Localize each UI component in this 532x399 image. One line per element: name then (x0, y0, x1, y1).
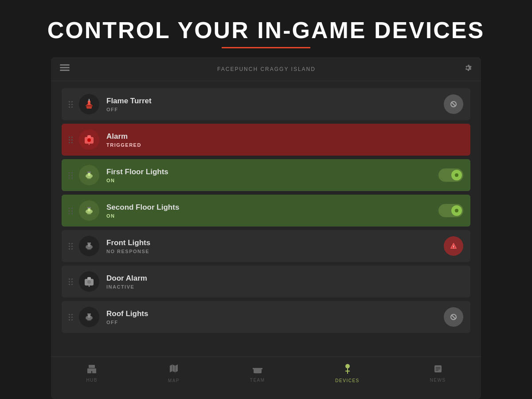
svg-rect-1 (60, 67, 70, 68)
settings-icon[interactable] (463, 63, 472, 74)
device-status-flame-turret: OFF (106, 107, 444, 112)
device-status-alarm: TRIGGERED (106, 142, 463, 148)
off-button[interactable] (444, 307, 463, 327)
svg-rect-38 (92, 368, 96, 373)
svg-point-24 (87, 248, 91, 250)
nav-item-map[interactable]: MAP (159, 362, 188, 385)
drag-handle (69, 137, 73, 143)
device-info-flame-turret: Flame Turret OFF (106, 97, 444, 112)
drag-handle (69, 207, 73, 214)
drag-handle (69, 314, 73, 321)
device-status-roof-lights: OFF (106, 320, 444, 325)
svg-point-29 (87, 280, 91, 284)
title-underline (222, 47, 310, 48)
nav-item-devices[interactable]: DEVICES (326, 362, 368, 385)
toggle-thumb (451, 205, 462, 216)
svg-point-20 (87, 213, 91, 215)
svg-rect-18 (88, 208, 90, 211)
device-status-first-floor-lights: ON (106, 178, 438, 183)
device-name-door-alarm: Door Alarm (106, 274, 463, 283)
svg-rect-28 (87, 277, 91, 280)
device-row-second-floor-lights[interactable]: Second Floor Lights ON (62, 195, 470, 227)
device-name-second-floor-lights: Second Floor Lights (106, 203, 438, 212)
team-icon (252, 364, 263, 376)
off-button[interactable] (444, 94, 463, 114)
map-label: MAP (168, 378, 180, 383)
device-icon-second-floor-lights (79, 200, 99, 221)
svg-rect-33 (87, 313, 91, 315)
device-name-front-lights: Front Lights (106, 239, 444, 247)
svg-rect-5 (89, 99, 90, 102)
svg-rect-23 (87, 243, 91, 244)
page-title: CONTROL YOUR IN-GAME DEVICES (0, 17, 532, 43)
device-name-first-floor-lights: First Floor Lights (106, 168, 438, 176)
device-row-front-lights[interactable]: Front Lights NO RESPONSE (62, 230, 470, 262)
svg-rect-14 (88, 172, 90, 176)
svg-rect-19 (87, 207, 91, 208)
device-info-front-lights: Front Lights NO RESPONSE (106, 239, 444, 254)
drag-handle (69, 172, 73, 179)
device-status-door-alarm: INACTIVE (106, 284, 463, 289)
page-title-container: CONTROL YOUR IN-GAME DEVICES (0, 0, 532, 57)
main-panel: FACEPUNCH CRAGGY ISLAND (51, 57, 481, 399)
svg-point-16 (87, 177, 91, 179)
svg-line-36 (452, 315, 455, 319)
svg-rect-45 (258, 369, 259, 371)
svg-rect-6 (86, 105, 93, 106)
svg-rect-0 (60, 64, 70, 66)
map-icon (169, 364, 178, 376)
device-info-alarm: Alarm TRIGGERED (106, 132, 463, 148)
svg-rect-40 (91, 368, 93, 371)
toggle-dot (455, 173, 458, 177)
panel-header: FACEPUNCH CRAGGY ISLAND (51, 57, 481, 81)
svg-point-11 (87, 138, 91, 142)
news-label: NEWS (430, 378, 446, 383)
bottom-nav: HUB MAP TEAM (51, 356, 481, 390)
device-row-alarm[interactable]: Alarm TRIGGERED (62, 124, 470, 156)
toggle-on[interactable] (438, 168, 463, 182)
error-button[interactable] (444, 236, 463, 256)
device-row-first-floor-lights[interactable]: First Floor Lights ON (62, 159, 470, 191)
device-name-alarm: Alarm (106, 132, 463, 141)
device-icon-flame-turret (79, 94, 99, 114)
device-icon-roof-lights (79, 307, 99, 327)
news-icon (434, 364, 442, 376)
server-name: FACEPUNCH CRAGGY ISLAND (217, 66, 316, 72)
drag-handle (69, 243, 73, 250)
drag-handle (69, 278, 73, 285)
device-info-first-floor-lights: First Floor Lights ON (106, 168, 438, 183)
svg-rect-39 (89, 365, 95, 368)
device-name-roof-lights: Roof Lights (106, 309, 444, 318)
device-status-second-floor-lights: ON (106, 213, 438, 219)
device-row-door-alarm[interactable]: Door Alarm INACTIVE (62, 266, 470, 297)
device-row-roof-lights[interactable]: Roof Lights OFF (62, 301, 470, 333)
svg-rect-10 (87, 135, 91, 138)
svg-rect-12 (89, 144, 90, 145)
devices-list: Flame Turret OFF (51, 81, 481, 356)
hub-label: HUB (86, 378, 98, 383)
device-icon-front-lights (79, 236, 99, 256)
svg-rect-32 (88, 314, 90, 318)
nav-item-news[interactable]: NEWS (421, 363, 455, 384)
device-icon-alarm (79, 129, 99, 150)
device-status-front-lights: NO RESPONSE (106, 249, 444, 254)
svg-rect-44 (256, 369, 257, 371)
svg-rect-2 (60, 70, 70, 71)
svg-rect-15 (87, 172, 91, 173)
device-icon-first-floor-lights (79, 165, 99, 185)
team-label: TEAM (250, 378, 265, 383)
nav-item-hub[interactable]: HUB (77, 363, 106, 384)
svg-point-34 (87, 319, 91, 321)
svg-rect-30 (89, 286, 90, 287)
svg-rect-37 (87, 368, 91, 373)
devices-icon (343, 364, 352, 376)
panel-header-menu-icon[interactable] (60, 64, 70, 74)
svg-rect-22 (88, 243, 90, 247)
toggle-on[interactable] (438, 204, 463, 217)
svg-line-8 (452, 102, 455, 106)
nav-item-team[interactable]: TEAM (241, 363, 274, 384)
device-info-door-alarm: Door Alarm INACTIVE (106, 274, 463, 289)
device-info-roof-lights: Roof Lights OFF (106, 309, 444, 325)
device-icon-door-alarm (79, 271, 99, 292)
device-row-flame-turret[interactable]: Flame Turret OFF (62, 88, 470, 120)
